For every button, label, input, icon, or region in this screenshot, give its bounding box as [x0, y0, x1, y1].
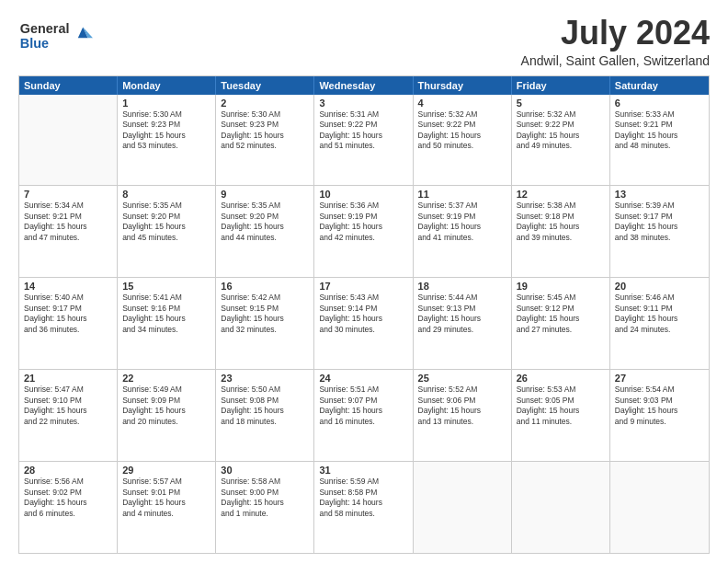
calendar-cell: 16Sunrise: 5:42 AMSunset: 9:15 PMDayligh…: [216, 278, 314, 369]
calendar-cell: 9Sunrise: 5:35 AMSunset: 9:20 PMDaylight…: [216, 186, 314, 277]
day-number: 26: [517, 373, 605, 384]
calendar-cell: 3Sunrise: 5:31 AMSunset: 9:22 PMDaylight…: [314, 95, 413, 186]
page: General Blue July 2024 Andwil, Saint Gal…: [0, 0, 728, 563]
day-number: 9: [221, 189, 309, 200]
calendar-row-1: 7Sunrise: 5:34 AMSunset: 9:21 PMDaylight…: [19, 185, 709, 277]
calendar-cell: 24Sunrise: 5:51 AMSunset: 9:07 PMDayligh…: [314, 370, 413, 461]
day-number: 7: [24, 189, 112, 200]
cell-info: Sunrise: 5:52 AMSunset: 9:06 PMDaylight:…: [418, 385, 506, 427]
calendar-cell: 15Sunrise: 5:41 AMSunset: 9:16 PMDayligh…: [118, 278, 216, 369]
cell-info: Sunrise: 5:47 AMSunset: 9:10 PMDaylight:…: [24, 385, 112, 427]
cell-info: Sunrise: 5:40 AMSunset: 9:17 PMDaylight:…: [24, 293, 112, 335]
calendar-header: SundayMondayTuesdayWednesdayThursdayFrid…: [19, 76, 709, 95]
day-number: 25: [418, 373, 506, 384]
calendar-cell: 17Sunrise: 5:43 AMSunset: 9:14 PMDayligh…: [314, 278, 413, 369]
calendar-body: 1Sunrise: 5:30 AMSunset: 9:23 PMDaylight…: [19, 95, 709, 553]
calendar-cell: [512, 462, 610, 553]
day-number: 10: [319, 189, 407, 200]
calendar-cell: [19, 95, 118, 186]
calendar-cell: 2Sunrise: 5:30 AMSunset: 9:23 PMDaylight…: [216, 95, 314, 186]
calendar-cell: 31Sunrise: 5:59 AMSunset: 8:58 PMDayligh…: [314, 462, 413, 553]
calendar-row-0: 1Sunrise: 5:30 AMSunset: 9:23 PMDaylight…: [19, 95, 709, 186]
cell-info: Sunrise: 5:49 AMSunset: 9:09 PMDaylight:…: [122, 385, 210, 427]
calendar-cell: 25Sunrise: 5:52 AMSunset: 9:06 PMDayligh…: [414, 370, 512, 461]
cell-info: Sunrise: 5:50 AMSunset: 9:08 PMDaylight:…: [221, 385, 309, 427]
cell-info: Sunrise: 5:58 AMSunset: 9:00 PMDaylight:…: [221, 477, 309, 519]
subtitle: Andwil, Saint Gallen, Switzerland: [521, 53, 710, 68]
cell-info: Sunrise: 5:36 AMSunset: 9:19 PMDaylight:…: [319, 201, 407, 243]
calendar-cell: 18Sunrise: 5:44 AMSunset: 9:13 PMDayligh…: [414, 278, 512, 369]
calendar-cell: 29Sunrise: 5:57 AMSunset: 9:01 PMDayligh…: [118, 462, 216, 553]
calendar-row-4: 28Sunrise: 5:56 AMSunset: 9:02 PMDayligh…: [19, 461, 709, 553]
cell-info: Sunrise: 5:32 AMSunset: 9:22 PMDaylight:…: [517, 109, 605, 152]
calendar-cell: 11Sunrise: 5:37 AMSunset: 9:19 PMDayligh…: [414, 186, 512, 277]
day-number: 18: [418, 281, 506, 292]
day-number: 17: [319, 281, 407, 292]
cell-info: Sunrise: 5:30 AMSunset: 9:23 PMDaylight:…: [122, 109, 210, 152]
header-day-friday: Friday: [512, 76, 610, 95]
svg-text:General: General: [20, 21, 70, 36]
header-day-monday: Monday: [118, 76, 216, 95]
header: General Blue July 2024 Andwil, Saint Gal…: [18, 15, 710, 68]
calendar-cell: 26Sunrise: 5:53 AMSunset: 9:05 PMDayligh…: [512, 370, 610, 461]
calendar-cell: 1Sunrise: 5:30 AMSunset: 9:23 PMDaylight…: [118, 95, 216, 186]
calendar-cell: 13Sunrise: 5:39 AMSunset: 9:17 PMDayligh…: [610, 186, 709, 277]
day-number: 23: [221, 373, 309, 384]
cell-info: Sunrise: 5:32 AMSunset: 9:22 PMDaylight:…: [418, 109, 506, 152]
day-number: 28: [24, 465, 112, 476]
day-number: 2: [221, 98, 309, 109]
calendar-cell: 20Sunrise: 5:46 AMSunset: 9:11 PMDayligh…: [610, 278, 709, 369]
calendar-cell: 4Sunrise: 5:32 AMSunset: 9:22 PMDaylight…: [414, 95, 512, 186]
day-number: 6: [615, 98, 704, 109]
calendar-cell: [414, 462, 512, 553]
header-day-tuesday: Tuesday: [216, 76, 314, 95]
day-number: 5: [517, 98, 605, 109]
calendar-cell: 19Sunrise: 5:45 AMSunset: 9:12 PMDayligh…: [512, 278, 610, 369]
main-title: July 2024: [521, 15, 710, 52]
day-number: 8: [122, 189, 210, 200]
cell-info: Sunrise: 5:51 AMSunset: 9:07 PMDaylight:…: [319, 385, 407, 427]
calendar-cell: [610, 462, 709, 553]
calendar: SundayMondayTuesdayWednesdayThursdayFrid…: [18, 75, 710, 554]
day-number: 20: [615, 281, 704, 292]
calendar-cell: 12Sunrise: 5:38 AMSunset: 9:18 PMDayligh…: [512, 186, 610, 277]
cell-info: Sunrise: 5:59 AMSunset: 8:58 PMDaylight:…: [319, 477, 407, 519]
cell-info: Sunrise: 5:37 AMSunset: 9:19 PMDaylight:…: [418, 201, 506, 243]
calendar-cell: 8Sunrise: 5:35 AMSunset: 9:20 PMDaylight…: [118, 186, 216, 277]
calendar-cell: 6Sunrise: 5:33 AMSunset: 9:21 PMDaylight…: [610, 95, 709, 186]
day-number: 31: [319, 465, 407, 476]
cell-info: Sunrise: 5:44 AMSunset: 9:13 PMDaylight:…: [418, 293, 506, 335]
calendar-row-2: 14Sunrise: 5:40 AMSunset: 9:17 PMDayligh…: [19, 277, 709, 369]
day-number: 1: [122, 98, 210, 109]
day-number: 19: [517, 281, 605, 292]
day-number: 11: [418, 189, 506, 200]
cell-info: Sunrise: 5:31 AMSunset: 9:22 PMDaylight:…: [319, 109, 407, 152]
svg-text:Blue: Blue: [20, 36, 49, 51]
cell-info: Sunrise: 5:34 AMSunset: 9:21 PMDaylight:…: [24, 201, 112, 243]
cell-info: Sunrise: 5:53 AMSunset: 9:05 PMDaylight:…: [517, 385, 605, 427]
day-number: 13: [615, 189, 704, 200]
day-number: 12: [517, 189, 605, 200]
cell-info: Sunrise: 5:39 AMSunset: 9:17 PMDaylight:…: [615, 201, 704, 243]
cell-info: Sunrise: 5:46 AMSunset: 9:11 PMDaylight:…: [615, 293, 704, 335]
cell-info: Sunrise: 5:42 AMSunset: 9:15 PMDaylight:…: [221, 293, 309, 335]
calendar-cell: 14Sunrise: 5:40 AMSunset: 9:17 PMDayligh…: [19, 278, 118, 369]
day-number: 29: [122, 465, 210, 476]
cell-info: Sunrise: 5:38 AMSunset: 9:18 PMDaylight:…: [517, 201, 605, 243]
cell-info: Sunrise: 5:57 AMSunset: 9:01 PMDaylight:…: [122, 477, 210, 519]
header-day-wednesday: Wednesday: [314, 76, 413, 95]
cell-info: Sunrise: 5:35 AMSunset: 9:20 PMDaylight:…: [122, 201, 210, 243]
calendar-cell: 21Sunrise: 5:47 AMSunset: 9:10 PMDayligh…: [19, 370, 118, 461]
calendar-cell: 10Sunrise: 5:36 AMSunset: 9:19 PMDayligh…: [314, 186, 413, 277]
day-number: 24: [319, 373, 407, 384]
day-number: 15: [122, 281, 210, 292]
calendar-cell: 7Sunrise: 5:34 AMSunset: 9:21 PMDaylight…: [19, 186, 118, 277]
calendar-row-3: 21Sunrise: 5:47 AMSunset: 9:10 PMDayligh…: [19, 369, 709, 461]
header-day-thursday: Thursday: [414, 76, 512, 95]
day-number: 3: [319, 98, 407, 109]
calendar-cell: 30Sunrise: 5:58 AMSunset: 9:00 PMDayligh…: [216, 462, 314, 553]
cell-info: Sunrise: 5:54 AMSunset: 9:03 PMDaylight:…: [615, 385, 704, 427]
cell-info: Sunrise: 5:43 AMSunset: 9:14 PMDaylight:…: [319, 293, 407, 335]
calendar-cell: 28Sunrise: 5:56 AMSunset: 9:02 PMDayligh…: [19, 462, 118, 553]
day-number: 30: [221, 465, 309, 476]
